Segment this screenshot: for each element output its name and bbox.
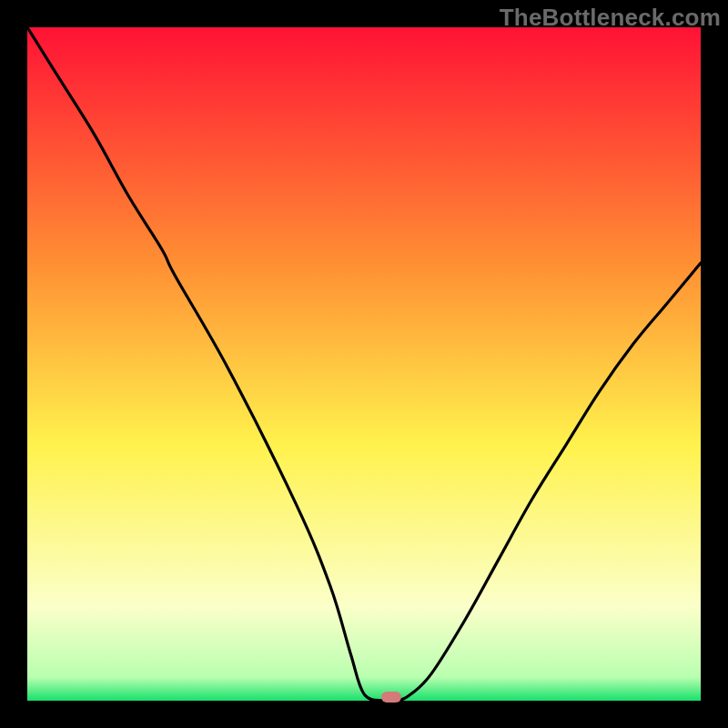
optimum-marker <box>381 692 401 703</box>
bottleneck-plot <box>27 27 701 701</box>
gradient-background <box>27 27 701 701</box>
chart-frame: TheBottleneck.com <box>0 0 728 728</box>
plot-area <box>27 27 701 701</box>
watermark-label: TheBottleneck.com <box>500 4 721 32</box>
